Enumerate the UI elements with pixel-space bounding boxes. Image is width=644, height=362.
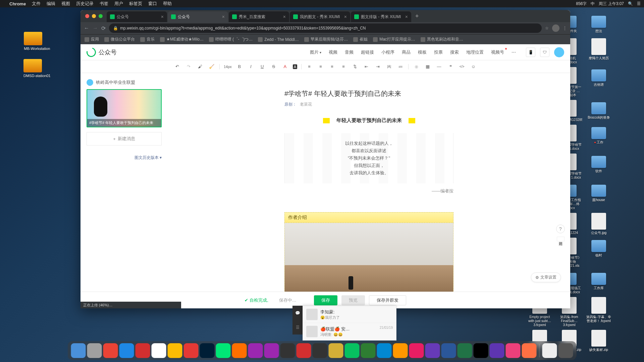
list-icon[interactable]: ≔ [397, 64, 404, 69]
close-tab-icon[interactable]: × [222, 14, 225, 19]
article-settings-button[interactable]: ⚙ 文章设置 [531, 273, 561, 282]
close-tab-icon[interactable]: × [405, 14, 408, 19]
dock-app-icon[interactable] [441, 343, 456, 358]
clear-format-icon[interactable]: 🧹 [208, 64, 215, 69]
dock-app-icon[interactable] [458, 343, 472, 358]
bookmark-item[interactable]: 应用 [85, 37, 99, 42]
dock-app-icon[interactable] [87, 343, 102, 358]
bold-button[interactable]: B [236, 64, 243, 69]
dock-app-icon[interactable] [71, 343, 86, 358]
undo-icon[interactable]: ↶ [174, 64, 181, 69]
bookmark-item[interactable]: ★ME威律动★Milo… [160, 37, 204, 42]
bookmark-star-icon[interactable]: ☆ [545, 26, 549, 31]
back-icon[interactable]: ← [84, 25, 89, 31]
account-avatar[interactable] [554, 47, 564, 57]
spotlight-icon[interactable]: 🔍 [628, 1, 633, 6]
bookmark-item[interactable]: 崔姐 [353, 37, 368, 42]
insert-tab[interactable]: 搜索 [450, 49, 459, 55]
table-icon[interactable]: ▦ [424, 64, 431, 69]
insert-tab[interactable]: 图片 ▾ [310, 49, 321, 55]
quote-block[interactable]: 以往发起这种话题的人，都喜欢以反面讲述"不预判未来会怎样？"但我想以正面，去讲我… [284, 133, 453, 183]
dock-app-icon[interactable] [425, 343, 440, 358]
dock-app-icon[interactable] [409, 343, 424, 358]
article-title[interactable]: #学啥节# 年轻人要敢于预判自己的未来 [284, 89, 453, 98]
quote-icon[interactable]: ❝ [447, 64, 454, 69]
desktop-file[interactable]: 临时 [586, 238, 612, 268]
help-icon[interactable]: ? [556, 225, 565, 233]
browser-tab[interactable]: 公众号× [107, 11, 167, 22]
desktop-file[interactable]: 第四集-字幕、辛苦老师！.fcpxml [586, 297, 612, 327]
shield-icon[interactable]: 🛡 [540, 48, 549, 57]
letter-spacing-icon[interactable]: |A| [385, 65, 393, 68]
bookmark-item[interactable]: Mac打开应用提示… [373, 37, 415, 42]
desktop-file[interactable]: Broccoli的替身 [586, 100, 612, 122]
redo-icon[interactable]: ↷ [185, 64, 193, 69]
desktop-file[interactable]: 想法 [586, 13, 612, 36]
chrome-menu-icon[interactable]: ⋮ [563, 26, 567, 31]
close-tab-icon[interactable]: × [283, 14, 286, 19]
author-intro-heading[interactable]: 作者介绍 [284, 212, 453, 223]
align-left-icon[interactable]: ≡ [306, 64, 313, 69]
close-icon[interactable] [85, 14, 89, 18]
wechat-sidebar[interactable]: 💬 ☰ [292, 306, 303, 335]
dock-app-icon[interactable] [393, 343, 408, 358]
menu-file[interactable]: 文件 [32, 1, 41, 7]
desktop-file[interactable]: 工作 [586, 125, 612, 151]
dock-app-icon[interactable] [313, 343, 327, 358]
close-tab-icon[interactable]: × [161, 14, 164, 19]
text-color-button[interactable]: A [281, 64, 289, 69]
hr-icon[interactable]: — [435, 64, 443, 69]
phone-preview-icon[interactable]: 📱 [526, 48, 535, 57]
align-justify-icon[interactable]: ≡ [340, 64, 347, 69]
desktop-file[interactable]: 软件 [586, 154, 612, 180]
desktop-file[interactable]: 缺失素材.zip [586, 330, 612, 360]
underline-button[interactable]: U [259, 64, 266, 69]
strike-button[interactable]: S [270, 64, 277, 69]
dock-app-icon[interactable] [200, 343, 215, 358]
history-dropdown[interactable]: 图文历史版本 ▾ [87, 155, 162, 161]
close-tab-icon[interactable]: × [344, 14, 347, 19]
line-height-icon[interactable]: ⇅ [351, 64, 359, 69]
bookmark-item[interactable]: Zedd - The Middl… [258, 37, 299, 42]
publish-button[interactable]: 保存并群发 [369, 295, 406, 305]
insert-tab[interactable]: 小程序 [381, 49, 394, 55]
dock-app-icon[interactable] [490, 343, 504, 358]
dock-app-icon[interactable] [248, 343, 263, 358]
menu-user[interactable]: 用户 [114, 1, 123, 7]
highlight-button[interactable]: A [293, 64, 297, 69]
desktop-file[interactable]: 公众号.jpg [586, 213, 612, 235]
menu-icon[interactable]: ☰ [296, 325, 300, 330]
dock-app-icon[interactable] [377, 343, 392, 358]
desktop-file[interactable]: 摩羯个人简历 [586, 38, 612, 64]
indent-left-icon[interactable]: ⇤ [363, 64, 370, 69]
dock-app-icon[interactable] [297, 343, 311, 358]
emoji-icon[interactable]: ☺ [470, 64, 477, 69]
dock-app-icon[interactable] [542, 343, 557, 358]
dock-app-icon[interactable] [103, 343, 118, 358]
italic-button[interactable]: I [247, 64, 255, 69]
dock-app-icon[interactable] [506, 343, 521, 358]
wechat-chat-row[interactable]: 李知蒙:😮我尽力了 [303, 306, 396, 323]
color-picker-icon[interactable]: ◉ [413, 64, 420, 69]
menubar-clock[interactable]: 周三 上午3:07 [599, 1, 624, 7]
dock-app-icon[interactable] [152, 343, 166, 358]
minimize-icon[interactable] [92, 14, 96, 18]
menu-view[interactable]: 视图 [61, 1, 70, 7]
code-icon[interactable]: </> [458, 65, 466, 68]
profile-avatar-icon[interactable] [552, 24, 559, 32]
menu-bookmarks[interactable]: 书签 [100, 1, 108, 7]
dock-app-icon[interactable] [216, 343, 231, 358]
browser-tab[interactable]: 秀米_百度搜索× [229, 11, 289, 22]
desktop-file[interactable]: 吉他谱 [586, 67, 612, 97]
menu-history[interactable]: 历史记录 [76, 1, 94, 7]
browser-tab[interactable]: 图文排版 - 秀米 XIUMI× [351, 11, 411, 22]
drive-item[interactable]: MB-Workstation [24, 32, 50, 51]
article-editor[interactable]: #学啥节# 年轻人要敢于预判自己的未来 原创：老菜花 年轻人要敢于预判自己的未来… [168, 73, 570, 292]
dock-app-icon[interactable] [264, 343, 279, 358]
feedback-button[interactable]: 遇到问题 [557, 237, 565, 241]
dock-app-icon[interactable] [522, 343, 537, 358]
dock-app-icon[interactable] [232, 343, 247, 358]
menu-tabs[interactable]: 标签页 [129, 1, 142, 7]
dock-app-icon[interactable] [184, 343, 199, 358]
insert-tab[interactable]: 商品 [402, 49, 411, 55]
